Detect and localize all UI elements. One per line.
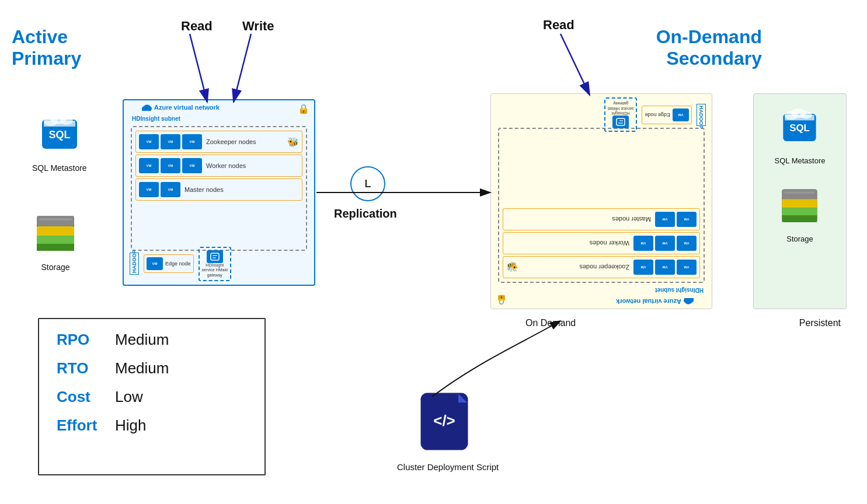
edge-node-label: Edge node: [165, 261, 191, 267]
lock-icon-right: 🔒: [496, 295, 507, 306]
storage-right-label: Storage: [786, 235, 813, 243]
wk-node-r2: VM: [655, 236, 675, 251]
sql-icon-left: SQL: [36, 111, 83, 158]
zk-node-2: VM: [161, 134, 180, 149]
azure-network-label-right: Azure virtual network: [616, 298, 694, 306]
edge-vm-right: VM: [673, 108, 689, 121]
persistent-inner: SQL SQL Metastore Storage: [775, 94, 826, 243]
zk-node-3: VM: [182, 134, 202, 149]
cluster-deployment-script-area: </> Cluster Deployment Script: [397, 391, 499, 472]
gateway-box: HDInsightservice HMaidgateway: [199, 247, 231, 281]
svg-rect-22: [684, 298, 694, 300]
mn-node-1: VM: [139, 182, 159, 197]
replication-circle: L: [350, 166, 385, 201]
svg-rect-16: [211, 253, 219, 260]
svg-rect-8: [37, 226, 74, 236]
svg-rect-33: [782, 189, 817, 199]
on-demand-secondary-label: On-Demand Secondary: [656, 26, 762, 69]
active-primary-label: Active Primary: [12, 26, 81, 69]
svg-rect-5: [44, 121, 75, 127]
gateway-icon: [207, 250, 223, 263]
cost-key: Cost: [57, 388, 103, 406]
rto-value: Medium: [115, 359, 169, 377]
metrics-box: RPO Medium RTO Medium Cost Low Effort Hi…: [38, 318, 266, 475]
mn-node-2: VM: [161, 182, 180, 197]
cluster-box-left: Azure virtual network 🔒 HDInsight subnet…: [123, 99, 315, 286]
cds-icon: </>: [419, 391, 477, 455]
edge-vm: VM: [147, 257, 163, 270]
replication-label: Replication: [334, 207, 397, 220]
cost-value: Low: [115, 388, 143, 406]
gateway-box-right: HDInsightservice HMaidgateway: [604, 97, 637, 132]
rpo-key: RPO: [57, 331, 103, 349]
master-row: VM VM Master nodes: [135, 178, 302, 201]
zk-node-r2: VM: [655, 260, 675, 275]
gateway-label: HDInsightservice HMaidgateway: [202, 263, 228, 278]
edge-node-box-right: VM Edge node: [642, 106, 692, 124]
svg-line-44: [234, 34, 251, 102]
rpo-row: RPO Medium: [57, 331, 247, 349]
zk-node-1: VM: [139, 134, 159, 149]
zookeeper-label: Zookeeper nodes: [206, 138, 256, 145]
diagram-container: Active Primary On-Demand Secondary Read …: [0, 0, 867, 504]
wk-node-2: VM: [161, 158, 180, 173]
edge-area-left: HADOOP VM Edge node HDInsightservice HMa…: [130, 247, 308, 281]
write-label: Write: [242, 19, 274, 34]
sql-metastore-right-label: SQL Metastore: [775, 156, 826, 165]
storage-left-label: Storage: [32, 262, 79, 272]
svg-rect-31: [785, 115, 815, 120]
zookeeper-row-right: VM VM VM Zookeeper nodes 🐝: [503, 256, 700, 278]
storage-icon-right: [778, 184, 821, 228]
sql-metastore-left-label: SQL Metastore: [32, 163, 87, 173]
read-label-left: Read: [181, 19, 213, 34]
effort-key: Effort: [57, 416, 103, 435]
bee-icon-zk: 🐝: [287, 136, 299, 148]
gateway-icon-right: [612, 116, 629, 128]
zookeeper-row: VM VM VM Zookeeper nodes 🐝: [135, 131, 302, 153]
zk-node-r1: VM: [677, 260, 697, 275]
cluster-deployment-script-label: Cluster Deployment Script: [397, 462, 499, 472]
worker-label-right: Worker nodes: [590, 240, 629, 247]
hdinsight-subnet-label-left: HDInsight subnet: [132, 116, 180, 122]
hadoop-label-right: HADOOP: [697, 104, 706, 126]
sql-icon-right: SQL: [778, 106, 821, 149]
hadoop-label: HADOOP: [130, 253, 139, 275]
bee-icon-zk-right: 🐝: [506, 262, 518, 273]
storage-icon-left: [32, 210, 79, 257]
wk-node-3: VM: [182, 158, 202, 173]
edge-node-label-right: Edge node: [645, 112, 670, 118]
persistent-box: SQL SQL Metastore Storage: [753, 93, 847, 309]
svg-text:SQL: SQL: [48, 129, 70, 141]
cloud-icon-left: [141, 103, 152, 111]
edge-area-right: HADOOP VM Edge node HDInsightservice HMa…: [497, 97, 706, 132]
zookeeper-label-right: Zookeeper nodes: [579, 264, 629, 271]
azure-network-label-left: Azure virtual network: [141, 103, 220, 111]
cloud-icon-right: [684, 298, 694, 306]
svg-rect-35: [782, 208, 817, 215]
inner-dashed-left: VM VM VM Zookeeper nodes 🐝 VM VM VM Work…: [131, 126, 307, 251]
rto-key: RTO: [57, 359, 103, 377]
svg-rect-9: [37, 236, 74, 244]
svg-rect-37: [785, 191, 816, 194]
persistent-label: Persistent: [799, 318, 841, 328]
svg-rect-7: [37, 216, 74, 226]
effort-value: High: [115, 416, 146, 435]
svg-rect-11: [39, 218, 72, 220]
wk-node-r1: VM: [677, 236, 697, 251]
on-demand-label: On Demand: [525, 318, 576, 328]
cost-row: Cost Low: [57, 388, 247, 406]
effort-row: Effort High: [57, 416, 247, 435]
worker-row-right: VM VM VM Worker nodes: [503, 232, 700, 254]
svg-line-43: [190, 34, 207, 102]
gateway-label-right: HDInsightservice HMaidgateway: [608, 101, 633, 116]
read-label-right: Read: [543, 18, 574, 33]
svg-rect-23: [617, 118, 625, 125]
rpo-value: Medium: [115, 331, 169, 349]
svg-text:SQL: SQL: [790, 123, 810, 134]
svg-rect-10: [37, 244, 74, 251]
edge-node-box: VM Edge node: [144, 254, 194, 273]
svg-rect-34: [782, 199, 817, 208]
wk-node-r3: VM: [633, 236, 653, 251]
sql-metastore-left: SQL SQL Metastore: [32, 111, 87, 173]
wk-node-1: VM: [139, 158, 159, 173]
